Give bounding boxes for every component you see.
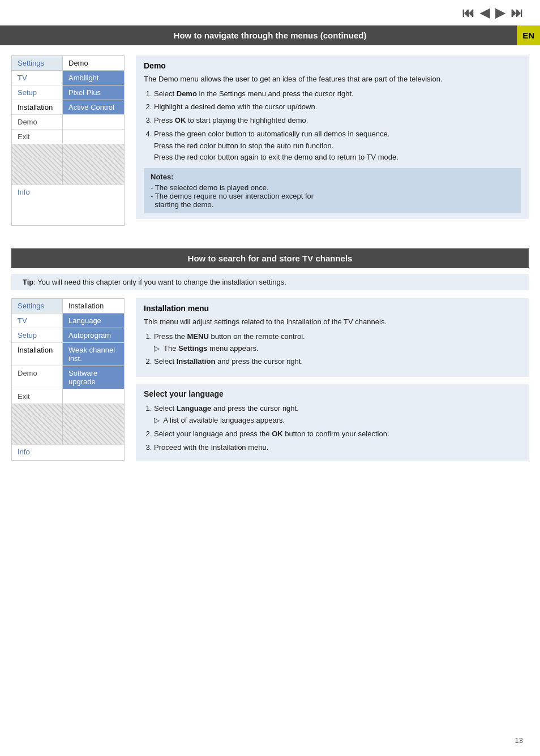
- menu-row-demo: Demo: [12, 115, 124, 130]
- menu-row-exit: Exit: [12, 130, 124, 144]
- inst-menu-left-exit: Exit: [12, 389, 63, 404]
- en-badge: EN: [517, 25, 540, 45]
- demo-note-1: - The selected demo is played once.: [151, 183, 514, 192]
- installation-step-1: Press the MENU button on the remote cont…: [154, 331, 521, 355]
- menu-header-row: Settings Demo: [12, 56, 124, 71]
- demo-label: Demo: [63, 56, 124, 71]
- installation-desc-box: Installation menu This menu will adjust …: [136, 298, 529, 377]
- menu-info-label: Info: [12, 185, 124, 199]
- skip-back-icon[interactable]: ⏮: [462, 6, 474, 20]
- demo-step-4-extra1: Press the red color button to stop the a…: [154, 141, 333, 150]
- section2-title: How to search for and store TV channels: [188, 254, 353, 263]
- tip-bar: Tip: You will need this chapter only if …: [11, 274, 529, 290]
- inst-stripe-right-1: [63, 404, 124, 418]
- inst-menu-left-demo: Demo: [12, 366, 63, 389]
- select-lang-step-2: Select your language and press the OK bu…: [154, 428, 521, 440]
- menu-left-installation: Installation: [12, 100, 63, 115]
- inst-menu-row-installation: Installation Weak channel inst.: [12, 343, 124, 366]
- inst-menu-right-exit-empty: [63, 389, 124, 404]
- inst-menu-left-setup: Setup: [12, 328, 63, 343]
- menu-right-demo-empty: [63, 115, 124, 130]
- section1-title: How to navigate through the menus (conti…: [174, 31, 367, 40]
- demo-steps-list: Select Demo in the Settings menu and pre…: [154, 88, 521, 164]
- installation-desc-intro: This menu will adjust settings related t…: [144, 316, 521, 328]
- inst-menu-right-language: Language: [63, 313, 124, 328]
- demo-desc-box: Demo The Demo menu allows the user to ge…: [136, 55, 529, 219]
- inst-menu-row-stripe2: [12, 418, 124, 431]
- inst-menu-row-stripe1: [12, 404, 124, 418]
- demo-step-4: Press the green color button to automati…: [154, 128, 521, 164]
- demo-step-2: Highlight a desired demo with the cursor…: [154, 101, 521, 113]
- demo-step-1: Select Demo in the Settings menu and pre…: [154, 88, 521, 100]
- inst-menu-right-softwareupgrade: Software upgrade: [63, 366, 124, 389]
- demo-step-4-extra2: Press the red color button again to exit…: [154, 153, 398, 161]
- select-lang-steps-list: Select Language and press the cursor rig…: [154, 403, 521, 453]
- inst-menu-row-demo: Demo Software upgrade: [12, 366, 124, 389]
- inst-menu-row-exit: Exit: [12, 389, 124, 404]
- menu-row-installation: Installation Active Control: [12, 100, 124, 115]
- stripe-left-1: [12, 144, 63, 158]
- inst-stripe-left-1: [12, 404, 63, 418]
- section2-content: Settings Installation TV Language Setup …: [11, 298, 529, 461]
- inst-menu-right-weakchannel: Weak channel inst.: [63, 343, 124, 366]
- inst-stripe-left-2: [12, 418, 63, 431]
- select-lang-box: Select your language Select Language and…: [136, 384, 529, 461]
- menu-right-exit-empty: [63, 130, 124, 144]
- menu-left-demo: Demo: [12, 115, 63, 130]
- inst-stripe-left-3: [12, 431, 63, 445]
- forward-icon[interactable]: ▶: [495, 6, 505, 20]
- menu-left-exit: Exit: [12, 130, 63, 144]
- inst-menu-row-stripe3: [12, 431, 124, 445]
- menu-row-stripe1: [12, 144, 124, 158]
- installation-settings-label: Settings: [12, 299, 63, 313]
- tip-label: Tip:: [23, 278, 37, 286]
- select-lang-title: Select your language: [144, 389, 521, 398]
- select-lang-step-1-sub: ▷ A list of available languages appears.: [154, 416, 285, 424]
- demo-menu-panel: Settings Demo TV Ambilight Setup Pixel P…: [11, 55, 125, 226]
- demo-desc-panel: Demo The Demo menu allows the user to ge…: [125, 55, 529, 226]
- stripe-right-2: [63, 158, 124, 171]
- menu-left-setup: Setup: [12, 85, 63, 100]
- section1-header: How to navigate through the menus (conti…: [0, 25, 540, 45]
- select-lang-step-3: Proceed with the Installation menu.: [154, 442, 521, 454]
- inst-menu-left-tv: TV: [12, 313, 63, 328]
- section2-header: How to search for and store TV channels: [11, 248, 529, 268]
- menu-row-stripe3: [12, 171, 124, 185]
- tip-text: You will need this chapter only if you w…: [37, 278, 286, 286]
- page-number: 13: [515, 736, 523, 745]
- installation-step-2: Select Installation and press the cursor…: [154, 356, 521, 368]
- installation-steps-list: Press the MENU button on the remote cont…: [154, 331, 521, 368]
- demo-note-2: - The demos require no user interaction …: [151, 192, 514, 209]
- skip-forward-icon[interactable]: ⏭: [511, 6, 523, 20]
- demo-desc-intro: The Demo menu allows the user to get an …: [144, 74, 521, 85]
- stripe-right-1: [63, 144, 124, 158]
- menu-right-pixelplus: Pixel Plus: [63, 85, 124, 100]
- stripe-left-2: [12, 158, 63, 171]
- select-lang-step-1: Select Language and press the cursor rig…: [154, 403, 521, 427]
- inst-menu-right-autoprogram: Autoprogram: [63, 328, 124, 343]
- nav-icons: ⏮ ◀ ▶ ⏭: [462, 6, 523, 20]
- inst-menu-row-tv: TV Language: [12, 313, 124, 328]
- menu-right-activecontrol: Active Control: [63, 100, 124, 115]
- menu-row-tv: TV Ambilight: [12, 71, 124, 85]
- menu-row-stripe2: [12, 158, 124, 171]
- installation-header-row: Settings Installation: [12, 299, 124, 313]
- inst-menu-left-installation: Installation: [12, 343, 63, 366]
- installation-menu-panel: Settings Installation TV Language Setup …: [11, 298, 125, 461]
- menu-left-tv: TV: [12, 71, 63, 85]
- stripe-left-3: [12, 171, 63, 185]
- back-icon[interactable]: ◀: [480, 6, 490, 20]
- section1-content: Settings Demo TV Ambilight Setup Pixel P…: [11, 55, 529, 226]
- installation-desc-panel: Installation menu This menu will adjust …: [125, 298, 529, 461]
- stripe-right-3: [63, 171, 124, 185]
- demo-desc-title: Demo: [144, 61, 521, 70]
- menu-right-ambilight: Ambilight: [63, 71, 124, 85]
- inst-stripe-right-2: [63, 418, 124, 431]
- inst-stripe-right-3: [63, 431, 124, 445]
- settings-label: Settings: [12, 56, 63, 71]
- inst-menu-info-label: Info: [12, 445, 124, 459]
- demo-step-3: Press OK to start playing the highlighte…: [154, 115, 521, 127]
- demo-notes-box: Notes: - The selected demo is played onc…: [144, 168, 521, 213]
- menu-row-setup: Setup Pixel Plus: [12, 85, 124, 100]
- installation-step-1-sub: ▷ The Settings menu appears.: [154, 344, 259, 353]
